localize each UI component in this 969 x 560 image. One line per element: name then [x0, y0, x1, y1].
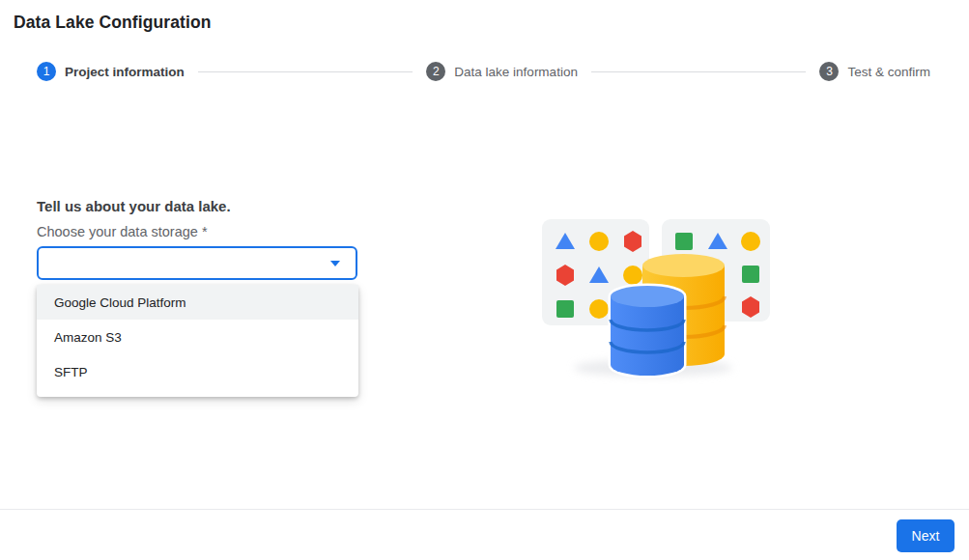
- step-project-information[interactable]: 1 Project information: [37, 62, 185, 81]
- data-storage-label: Choose your data storage *: [37, 224, 208, 239]
- step-data-lake-information[interactable]: 2 Data lake information: [426, 62, 578, 81]
- menu-item-amazon-s3[interactable]: Amazon S3: [37, 320, 358, 354]
- step-3-label: Test & confirm: [847, 65, 930, 79]
- blue-database-icon: [611, 286, 684, 376]
- menu-item-sftp[interactable]: SFTP: [37, 354, 358, 389]
- dropdown-caret-icon: [330, 261, 340, 266]
- menu-item-google-cloud-platform[interactable]: Google Cloud Platform: [37, 285, 358, 320]
- step-1-label: Project information: [65, 65, 185, 79]
- step-2-circle: 2: [426, 62, 445, 81]
- data-storage-select[interactable]: [37, 246, 357, 280]
- square-icon: [675, 233, 693, 250]
- data-storage-dropdown-menu: Google Cloud Platform Amazon S3 SFTP: [37, 285, 358, 397]
- step-2-label: Data lake information: [454, 65, 578, 79]
- step-1-circle: 1: [37, 62, 56, 81]
- square-icon: [742, 266, 759, 283]
- form-heading: Tell us about your data lake.: [37, 198, 231, 214]
- footer-divider: [0, 509, 969, 510]
- wizard-stepper: 1 Project information 2 Data lake inform…: [37, 56, 930, 87]
- stepper-connector: [591, 71, 807, 72]
- page-title: Data Lake Configuration: [14, 13, 212, 33]
- next-button[interactable]: Next: [897, 519, 955, 552]
- circle-icon: [741, 232, 760, 251]
- circle-icon: [623, 266, 642, 285]
- stepper-connector: [198, 71, 413, 72]
- square-icon: [556, 300, 574, 318]
- step-3-circle: 3: [819, 62, 839, 81]
- circle-icon: [589, 232, 609, 251]
- step-test-confirm[interactable]: 3 Test & confirm: [819, 62, 930, 81]
- circle-icon: [589, 299, 609, 319]
- data-lake-storage-illustration: [537, 213, 775, 385]
